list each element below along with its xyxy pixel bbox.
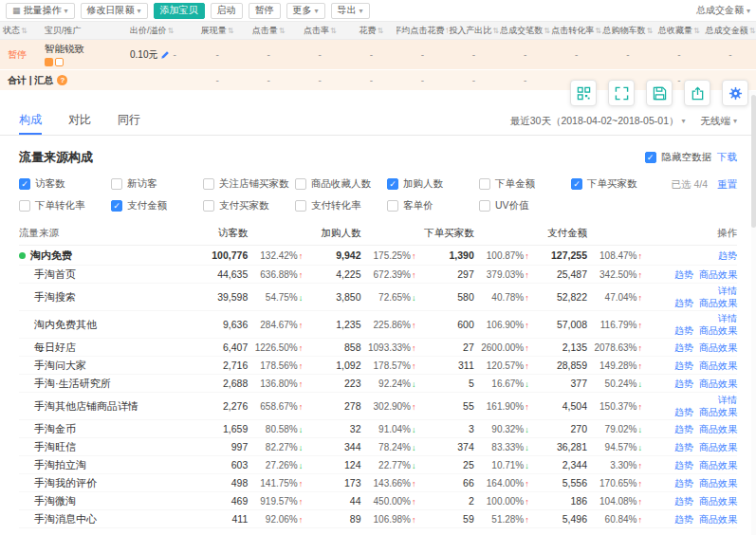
- op-link-trend[interactable]: 趋势: [674, 298, 693, 308]
- column-header[interactable]: 总成交笔数⇅: [500, 25, 551, 37]
- op-link-product-effect[interactable]: 商品效果: [699, 496, 737, 507]
- op-link-trend[interactable]: 趋势: [674, 342, 693, 353]
- op-link-trend[interactable]: 趋势: [718, 250, 737, 261]
- column-header[interactable]: 投入产出比⇅: [448, 25, 499, 37]
- op-link-trend[interactable]: 趋势: [674, 496, 693, 507]
- op-link-trend[interactable]: 趋势: [674, 269, 693, 280]
- settings-button[interactable]: [722, 80, 748, 106]
- op-link-product-effect[interactable]: 商品效果: [699, 360, 737, 371]
- checkbox-icon[interactable]: [203, 178, 214, 190]
- toolbar-button[interactable]: 暂停: [249, 3, 281, 19]
- op-link-product-effect[interactable]: 商品效果: [699, 442, 737, 452]
- checkbox-icon[interactable]: [111, 178, 122, 190]
- op-link-trend[interactable]: 趋势: [674, 378, 693, 389]
- column-header[interactable]: 点击转化率⇅: [551, 25, 602, 37]
- metric-checkbox-item[interactable]: UV价值: [479, 199, 571, 212]
- column-header[interactable]: 状态⇅: [0, 25, 42, 37]
- toolbar-button[interactable]: 导出▾: [331, 3, 370, 19]
- metric-change: 51.28%↑: [474, 514, 529, 525]
- info-icon[interactable]: ?: [57, 75, 67, 85]
- tab-composition[interactable]: 构成: [19, 107, 42, 135]
- op-link-product-effect[interactable]: 商品效果: [699, 298, 737, 308]
- op-link-product-effect[interactable]: 商品效果: [699, 342, 737, 353]
- op-link-detail[interactable]: 详情: [718, 313, 737, 323]
- op-link-trend[interactable]: 趋势: [674, 360, 693, 371]
- edit-icon[interactable]: [160, 50, 170, 60]
- qr-code-button[interactable]: [570, 80, 597, 106]
- checkbox-icon[interactable]: ✓: [387, 178, 398, 190]
- column-header[interactable]: 宝贝/推广: [42, 25, 127, 37]
- download-link[interactable]: 下载: [717, 151, 737, 164]
- metric-checkbox-item[interactable]: 下单转化率: [19, 199, 111, 212]
- toolbar-button[interactable]: ▦批量操作▾: [6, 3, 75, 19]
- column-header[interactable]: 点击量⇅: [243, 25, 294, 37]
- column-header[interactable]: 总收藏量⇅: [654, 25, 705, 37]
- metric-checkbox-item[interactable]: ✓支付金额: [111, 199, 203, 212]
- column-header-label: 投入产出比: [449, 25, 491, 37]
- op-link-trend[interactable]: 趋势: [674, 460, 693, 470]
- metric-checkbox-item[interactable]: ✓加购人数: [387, 177, 479, 191]
- op-link-detail[interactable]: 详情: [718, 286, 737, 296]
- toolbar-button[interactable]: 添加宝贝: [154, 3, 205, 19]
- column-header[interactable]: 平均点击花费⇅: [396, 25, 448, 37]
- column-header[interactable]: 总购物车数⇅: [602, 25, 654, 37]
- checkbox-icon[interactable]: [479, 178, 490, 190]
- column-header[interactable]: 出价/溢价⇅: [127, 25, 192, 37]
- op-link-detail[interactable]: 详情: [718, 395, 737, 405]
- toolbar-button[interactable]: 修改日限额▾: [81, 3, 148, 19]
- checkbox-icon[interactable]: [19, 200, 30, 212]
- share-button[interactable]: [684, 80, 710, 106]
- op-link-product-effect[interactable]: 商品效果: [699, 460, 737, 470]
- hide-empty-checkbox[interactable]: ✓: [645, 152, 656, 163]
- metric-checkbox-item[interactable]: 支付转化率: [295, 199, 387, 212]
- toolbar-button[interactable]: 更多▾: [286, 3, 325, 19]
- metric-checkbox-item[interactable]: 客单价: [387, 199, 479, 212]
- op-link-product-effect[interactable]: 商品效果: [699, 325, 737, 336]
- metric-checkbox-item[interactable]: ✓访客数: [19, 177, 111, 191]
- op-link-product-effect[interactable]: 商品效果: [699, 269, 737, 280]
- terminal-select[interactable]: 无线端 ▾: [700, 115, 737, 128]
- metric-checkbox-item[interactable]: 下单金额: [479, 177, 571, 191]
- checkbox-icon[interactable]: [479, 200, 490, 212]
- checkbox-icon[interactable]: [295, 178, 306, 190]
- scrollbar-thumb[interactable]: [751, 95, 756, 228]
- checkbox-icon[interactable]: [387, 200, 398, 212]
- metric-dropdown[interactable]: 总成交金额 ▾: [696, 4, 750, 17]
- metric-change: 2078.63%↑: [587, 342, 642, 353]
- metric-checkbox-item[interactable]: ✓下单买家数: [571, 177, 663, 191]
- metric-checkbox-item[interactable]: 新访客: [111, 177, 203, 191]
- checkbox-icon[interactable]: ✓: [19, 178, 30, 190]
- op-link-trend[interactable]: 趋势: [674, 478, 693, 489]
- tab-peers[interactable]: 同行: [118, 107, 140, 135]
- column-header[interactable]: 花费⇅: [345, 25, 396, 37]
- tab-compare[interactable]: 对比: [68, 107, 91, 135]
- column-header[interactable]: 点击率⇅: [294, 25, 345, 37]
- fullscreen-button[interactable]: [608, 80, 635, 106]
- op-link-trend[interactable]: 趋势: [674, 424, 693, 434]
- column-header[interactable]: 展现量⇅: [192, 25, 243, 37]
- op-link-product-effect[interactable]: 商品效果: [699, 424, 737, 434]
- op-link-product-effect[interactable]: 商品效果: [699, 478, 737, 489]
- toolbar-button[interactable]: 启动: [211, 3, 243, 19]
- campaign-name[interactable]: 智能锐致: [45, 43, 124, 56]
- op-link-trend[interactable]: 趋势: [674, 407, 693, 417]
- op-link-product-effect[interactable]: 商品效果: [699, 378, 737, 389]
- op-link-trend[interactable]: 趋势: [674, 325, 693, 336]
- metric-change-value: 302.90%: [374, 401, 411, 412]
- metric-checkbox-item[interactable]: 支付买家数: [203, 199, 295, 212]
- reset-link[interactable]: 重置: [717, 178, 737, 192]
- op-link-product-effect[interactable]: 商品效果: [699, 514, 737, 525]
- op-link-product-effect[interactable]: 商品效果: [699, 407, 737, 417]
- checkbox-icon[interactable]: [203, 200, 214, 212]
- metric-checkbox-item[interactable]: 商品收藏人数: [295, 177, 387, 191]
- metric-checkbox-item[interactable]: 关注店铺买家数: [203, 177, 295, 191]
- checkbox-icon[interactable]: ✓: [571, 178, 582, 190]
- date-range-select[interactable]: 最近30天（2018-04-02~2018-05-01） ▾: [510, 115, 686, 128]
- checkbox-icon[interactable]: ✓: [111, 200, 122, 212]
- metric-value: 600: [416, 319, 474, 330]
- save-button[interactable]: [646, 80, 673, 106]
- checkbox-icon[interactable]: [295, 200, 306, 212]
- op-link-trend[interactable]: 趋势: [674, 514, 693, 525]
- column-header[interactable]: 总成交金额⇅: [705, 25, 756, 37]
- op-link-trend[interactable]: 趋势: [674, 442, 693, 452]
